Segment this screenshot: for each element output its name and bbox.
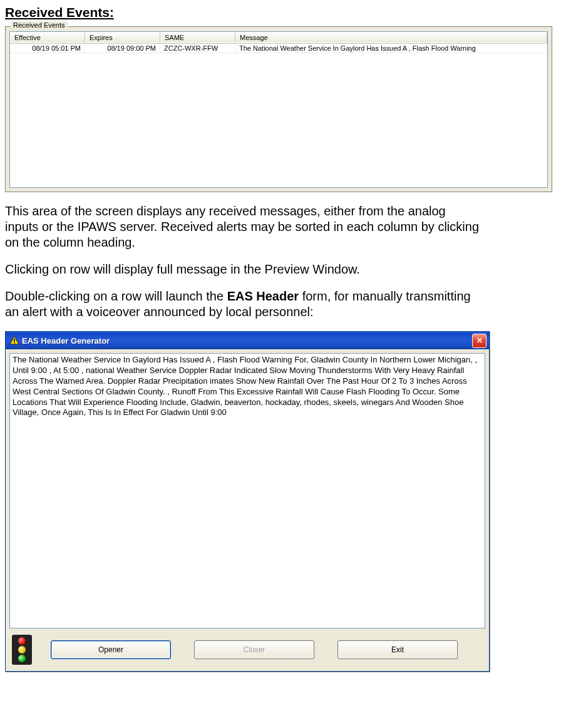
col-header-message[interactable]: Message (235, 32, 547, 43)
col-header-effective[interactable]: Effective (10, 32, 85, 43)
table-row[interactable]: 08/19 05:01 PM 08/19 09:00 PM ZCZC-WXR-F… (10, 44, 547, 53)
col-header-expires[interactable]: Expires (85, 32, 160, 43)
traffic-red (18, 637, 26, 645)
svg-rect-1 (14, 339, 15, 342)
listview-header: Effective Expires SAME Message (10, 32, 547, 44)
paragraph-3: Double-clicking on a row will launch the… (5, 289, 481, 320)
groupbox-legend: Received Events (11, 21, 68, 29)
eas-header-window: EAS Header Generator ✕ The National Weat… (5, 331, 490, 672)
p3-bold: EAS Header (227, 289, 299, 303)
close-icon: ✕ (476, 336, 483, 345)
titlebar[interactable]: EAS Header Generator ✕ (6, 332, 489, 349)
received-events-listview[interactable]: Effective Expires SAME Message 08/19 05:… (9, 31, 548, 188)
close-button[interactable]: ✕ (472, 334, 486, 348)
col-header-same[interactable]: SAME (160, 32, 235, 43)
opener-button[interactable]: Opener (51, 640, 171, 659)
exit-button[interactable]: Exit (337, 640, 458, 659)
section-heading: Received Events: (5, 5, 556, 20)
closer-button: Closer (194, 640, 314, 659)
cell-message: The National Weather Service In Gaylord … (235, 44, 547, 53)
window-client-area: The National Weather Service In Gaylord … (6, 349, 489, 671)
cell-effective: 08/19 05:01 PM (10, 44, 85, 53)
window-title: EAS Header Generator (22, 336, 472, 346)
p3-pre: Double-clicking on a row will launch the (5, 289, 227, 303)
traffic-light-icon (12, 635, 32, 665)
message-textarea[interactable]: The National Weather Service In Gaylord … (9, 353, 485, 628)
button-row: Opener Closer Exit (9, 635, 485, 666)
traffic-green (18, 655, 26, 662)
cell-same: ZCZC-WXR-FFW (160, 44, 235, 53)
cell-expires: 08/19 09:00 PM (85, 44, 160, 53)
received-events-groupbox: Received Events Effective Expires SAME M… (5, 26, 552, 192)
traffic-yellow (18, 646, 26, 654)
svg-rect-2 (14, 342, 15, 344)
warning-icon (9, 336, 19, 346)
paragraph-2: Clicking on row will display full messag… (5, 262, 481, 277)
paragraph-1: This area of the screen displays any rec… (5, 203, 481, 250)
